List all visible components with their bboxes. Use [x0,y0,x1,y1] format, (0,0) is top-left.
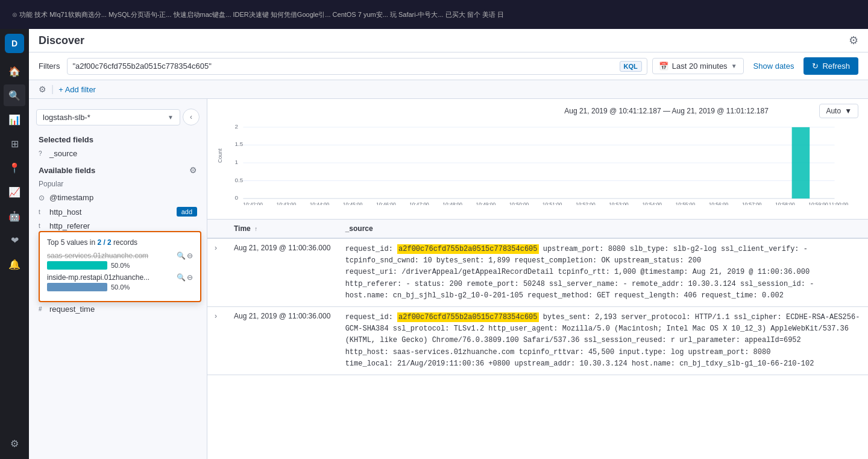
nav-icon-dashboard[interactable]: ⊞ [4,133,25,154]
top5-minus-icon-1[interactable]: ⊖ [187,252,193,260]
expand-cell-1: › [207,238,227,306]
index-dropdown[interactable]: logstash-slb-* ▼ [36,109,180,125]
auto-caret: ▼ [844,107,852,115]
field-item-http-host[interactable]: t http_host add [29,204,207,219]
field-name-http-referer: http_referer [49,221,197,230]
filter-input-wrap: KQL [67,58,647,75]
svg-text:10:48:00: 10:48:00 [442,201,462,205]
top5-label-2: inside-mp.restapi.01zhuanche... 🔍 ⊖ 下游 [47,273,193,282]
top5-title: Top 5 values in 2 / 2 records [47,238,193,247]
selected-field-source[interactable]: ? _source [29,147,207,160]
highlight-1: a2f00c76cfd755b2a0515c778354c605 [397,244,538,254]
filter-bar: Filters KQL 📅 Last 20 minutes ▼ Show dat… [29,52,868,80]
available-fields-header: Available fields ⚙ [29,160,207,177]
svg-text:10:45:00: 10:45:00 [343,201,363,205]
chart-svg-wrap: 2 1.5 1 0.5 0 Count [217,121,858,205]
selected-fields-title: Selected fields [29,130,207,147]
calendar-icon: 📅 [659,62,668,71]
field-item-http-host-wrap: t http_host add Top 5 values in 2 / 2 re… [29,204,207,219]
separator: | [51,84,54,95]
svg-text:1: 1 [235,159,238,165]
top5-bar-wrap-1: 50.0% [47,261,193,270]
field-type-http-referer: t [39,223,46,229]
top5-search-icon-1[interactable]: 🔍 [177,252,186,260]
top5-bar-wrap-2: 50.0% [47,283,193,291]
top5-value-2: inside-mp.restapi.01zhuanche... [47,273,149,282]
browser-nav: ⊙ 功能 技术 MIq71软购商选分... MySQL分页语句-正... 快速启… [0,0,868,29]
field-item-timestamp[interactable]: ⊙ @timestamp add [29,191,207,204]
app-logo: D [5,34,24,53]
filter-input[interactable] [72,62,614,71]
col-time-label: Time [234,224,251,233]
nav-icon-uptime[interactable]: 🔔 [4,253,25,275]
auto-dropdown[interactable]: Auto ▼ [819,104,858,118]
th-time[interactable]: Time ↑ [227,220,338,238]
collapse-sidebar-button[interactable]: ‹ [183,109,200,125]
browser-tabs: ⊙ 功能 技术 MIq71软购商选分... MySQL分页语句-正... 快速启… [7,9,509,21]
svg-text:0.5: 0.5 [235,177,244,183]
time-picker[interactable]: 📅 Last 20 minutes ▼ [652,58,744,74]
kql-badge[interactable]: KQL [620,61,642,72]
time-cell-1: Aug 21, 2019 @ 11:00:36.000 [227,238,338,306]
refresh-label: Refresh [822,62,850,71]
source-cell-2: request_id: a2f00c76cfd755b2a0515c778354… [338,306,868,375]
svg-text:10:54:00: 10:54:00 [642,201,662,205]
refresh-button[interactable]: ↻ Refresh [804,57,858,75]
svg-text:2: 2 [235,123,238,130]
svg-text:10:52:00: 10:52:00 [576,201,596,205]
auto-label: Auto [826,107,841,115]
table-header: Time ↑ _source [207,220,868,238]
expand-row-2-button[interactable]: › [215,312,217,320]
nav-icon-home[interactable]: 🏠 [4,60,25,82]
field-name-request-time: request_time [49,305,197,314]
svg-text:10:43:00: 10:43:00 [277,201,297,205]
sub-filter-gear-icon[interactable]: ⚙ [39,84,46,94]
nav-icon-settings[interactable]: ⚙ [4,432,25,454]
field-item-request-time[interactable]: # request_time add [29,302,207,316]
top5-icons-2: 🔍 ⊖ [177,273,193,282]
field-type-http-host: t [39,209,46,215]
svg-rect-11 [792,127,810,198]
available-fields-title: Available fields [39,166,187,175]
add-filter-button[interactable]: + Add filter [58,85,96,94]
svg-text:10:55:00: 10:55:00 [676,201,696,205]
show-dates-button[interactable]: Show dates [749,59,799,73]
nav-icon-timelion[interactable]: 📈 [4,181,25,203]
nav-icon-ml[interactable]: 🤖 [4,205,25,227]
svg-text:10:44:00: 10:44:00 [310,201,330,205]
th-source[interactable]: _source [338,220,868,238]
top5-minus-icon-2[interactable]: ⊖ [187,273,193,282]
sub-filter-bar: ⚙ | + Add filter [29,80,868,99]
top5-icons-1: 🔍 ⊖ [177,252,193,260]
left-sidebar: logstash-slb-* ▼ ‹ Selected fields ? _so… [29,99,207,459]
main-body: logstash-slb-* ▼ ‹ Selected fields ? _so… [29,99,868,459]
expand-row-1-button[interactable]: › [215,244,217,252]
chart-svg: 2 1.5 1 0.5 0 Count [217,121,858,205]
icon-sidebar: D 🏠 🔍 📊 ⊞ 📍 📈 🤖 ❤ 🔔 ⚙ [0,29,29,459]
svg-text:10:53:00: 10:53:00 [609,201,629,205]
header-settings-icon[interactable]: ⚙ [849,34,858,47]
svg-text:1.5: 1.5 [235,141,244,147]
content-area: Discover ⚙ Filters KQL 📅 Last 20 minutes… [29,29,868,459]
nav-icon-discover[interactable]: 🔍 [4,84,25,106]
chart-area: Aug 21, 2019 @ 10:41:12.187 — Aug 21, 20… [207,99,868,220]
page-title: Discover [39,34,84,47]
top5-row-1: saas-services.01zhuanche.com 🔍 ⊖ 上游 50.0… [47,252,193,270]
field-name-source: _source [49,149,197,158]
nav-icon-visualize[interactable]: 📊 [4,109,25,130]
th-expand [207,220,227,238]
col-source-label: _source [345,224,373,233]
nav-icon-apm[interactable]: ❤ [4,229,25,251]
add-http-host-button[interactable]: add [177,207,197,217]
svg-text:11:00:00: 11:00:00 [829,201,849,205]
highlight-2: a2f00c76cfd755b2a0515c778354c605 [397,312,538,322]
field-type-timestamp: ⊙ [39,194,46,202]
app-layout: D 🏠 🔍 📊 ⊞ 📍 📈 🤖 ❤ 🔔 ⚙ Discover ⚙ Filters… [0,29,868,459]
expand-cell-2: › [207,306,227,375]
svg-text:10:50:00: 10:50:00 [509,201,529,205]
popular-label: Popular [29,177,207,191]
top5-search-icon-2[interactable]: 🔍 [177,273,186,282]
nav-icon-maps[interactable]: 📍 [4,157,25,179]
source-cell-1: request_id: a2f00c76cfd755b2a0515c778354… [338,238,868,306]
available-fields-gear-icon[interactable]: ⚙ [189,165,197,175]
